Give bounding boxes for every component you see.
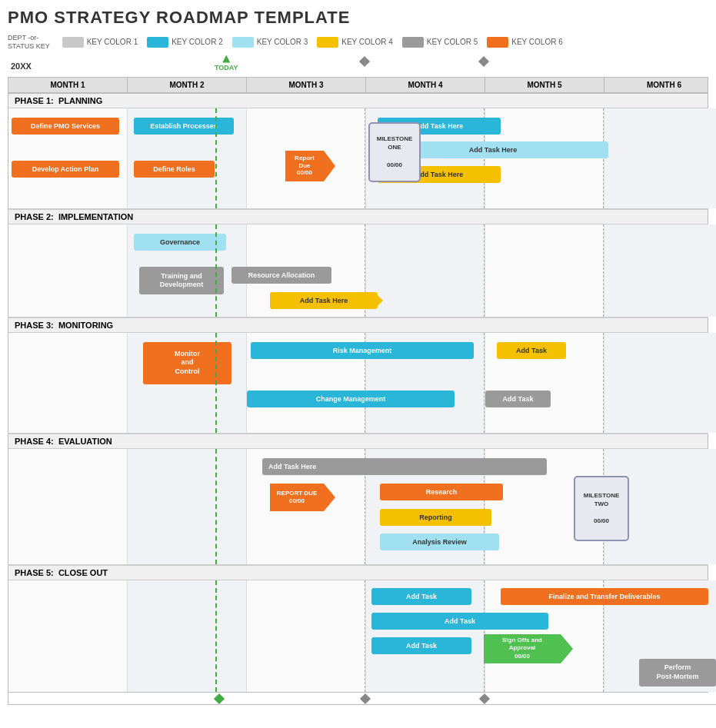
legend-label-6: KEY COLOR 6 [511, 38, 563, 46]
task-monitor-control[interactable]: MonitorandControl [143, 342, 231, 384]
legend-label-2: KEY COLOR 2 [172, 38, 223, 46]
phase-5: PHASE 5: CLOSE OUT Add Task Finalize and… [8, 566, 708, 693]
task-add-task-monitoring-2[interactable]: Add Task [485, 391, 551, 407]
task-change-management[interactable]: Change Management [247, 391, 455, 407]
phase-2: PHASE 2: IMPLEMENTATION Governance Train… [8, 210, 708, 318]
month-3-header: MONTH 3 [247, 78, 366, 92]
bottom-today-marker [214, 693, 225, 704]
year-label: 20XX [11, 61, 32, 71]
phase-1-label: PHASE 1: PLANNING [15, 96, 102, 105]
task-risk-management[interactable]: Risk Management [251, 342, 474, 359]
legend-color-5 [402, 37, 424, 48]
legend: DEPT -or-STATUS KEY KEY COLOR 1 KEY COLO… [8, 34, 708, 51]
month-header-row: MONTH 1 MONTH 2 MONTH 3 MONTH 4 MONTH 5 … [8, 77, 708, 94]
task-reporting[interactable]: Reporting [380, 509, 491, 526]
legend-label-3: KEY COLOR 3 [257, 38, 308, 46]
month4-marker [359, 56, 370, 67]
report-due-arrow[interactable]: ReportDue00/00 [285, 151, 335, 181]
task-governance[interactable]: Governance [134, 234, 226, 251]
task-establish-processes[interactable]: Establish Processes [134, 118, 234, 135]
page-title: PMO STRATEGY ROADMAP TEMPLATE [8, 8, 708, 28]
task-add-task-monitoring-1[interactable]: Add Task [497, 342, 566, 359]
bottom-month4-marker [360, 693, 371, 704]
legend-color-1 [62, 37, 84, 48]
month-5-header: MONTH 5 [485, 78, 604, 92]
legend-item-1: KEY COLOR 1 [62, 37, 138, 48]
task-training-development[interactable]: Training andDevelopment [139, 267, 224, 294]
milestone-one: MILESTONEONE00/00 [368, 122, 421, 182]
task-analysis-review[interactable]: Analysis Review [380, 534, 499, 550]
today-marker: TODAY [215, 55, 238, 71]
task-define-roles[interactable]: Define Roles [134, 161, 215, 178]
legend-color-3 [232, 37, 254, 48]
task-research[interactable]: Research [380, 484, 503, 500]
month-6-header: MONTH 6 [604, 78, 716, 92]
task-resource-allocation[interactable]: Resource Allocation [231, 267, 331, 284]
sign-offs-chevron[interactable]: Sign Offs andApproval00/00 [484, 634, 573, 663]
dept-label: DEPT -or-STATUS KEY [8, 34, 50, 51]
task-add-task-closeout-2[interactable]: Add Task [371, 613, 548, 630]
phase-5-label: PHASE 5: CLOSE OUT [15, 568, 108, 577]
task-post-mortem[interactable]: PerformPost-Mortem [639, 659, 716, 686]
legend-item-6: KEY COLOR 6 [487, 37, 563, 48]
legend-item-5: KEY COLOR 5 [402, 37, 478, 48]
month-4-header: MONTH 4 [366, 78, 485, 92]
month-2-header: MONTH 2 [128, 78, 247, 92]
legend-item-2: KEY COLOR 2 [147, 37, 223, 48]
legend-color-4 [317, 37, 338, 48]
legend-color-6 [487, 37, 508, 48]
task-add-task-eval[interactable]: Add Task Here [262, 458, 547, 475]
legend-label-4: KEY COLOR 4 [341, 38, 393, 46]
phase-3: PHASE 3: MONITORING MonitorandControl Ri… [8, 318, 708, 434]
bottom-month5-marker [479, 693, 490, 704]
legend-color-2 [147, 37, 168, 48]
task-add-task-closeout-3[interactable]: Add Task [371, 637, 471, 654]
task-define-pmo-services[interactable]: Define PMO Services [12, 118, 119, 135]
legend-label-1: KEY COLOR 1 [87, 38, 138, 46]
task-add-task-closeout-1[interactable]: Add Task [371, 588, 471, 605]
month5-marker [478, 56, 489, 67]
phase-1: PHASE 1: PLANNING Define PMO Services Es… [8, 94, 708, 210]
legend-label-5: KEY COLOR 5 [427, 38, 478, 46]
phase-4: PHASE 4: EVALUATION Add Task Here REPORT… [8, 434, 708, 566]
task-develop-action-plan[interactable]: Develop Action Plan [12, 161, 119, 178]
month-1-header: MONTH 1 [8, 78, 128, 92]
milestone-two: MILESTONETWO00/00 [574, 476, 629, 541]
phase-3-label: PHASE 3: MONITORING [15, 321, 113, 330]
phase-4-label: PHASE 4: EVALUATION [15, 437, 112, 446]
phase-2-label: PHASE 2: IMPLEMENTATION [15, 212, 133, 221]
legend-item-4: KEY COLOR 4 [317, 37, 393, 48]
legend-item-3: KEY COLOR 3 [232, 37, 308, 48]
task-finalize-deliverables[interactable]: Finalize and Transfer Deliverables [501, 588, 708, 605]
task-add-task-phase2[interactable]: Add Task Here [270, 292, 378, 309]
report-due-arrow-2[interactable]: REPORT DUE00/00 [270, 484, 335, 511]
